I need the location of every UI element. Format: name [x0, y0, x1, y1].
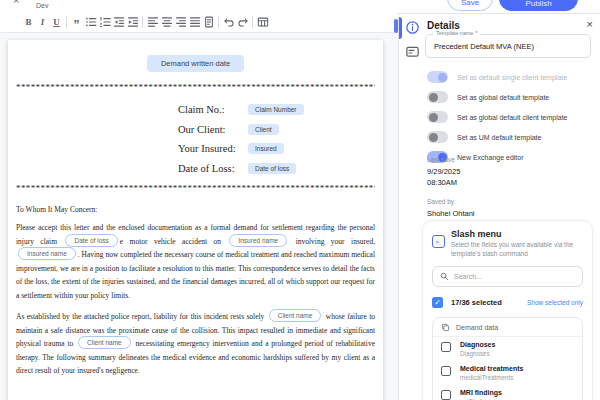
search-box[interactable] — [432, 266, 583, 287]
document-field-row: Your Insured:Insured — [178, 139, 375, 159]
field-key: Diagnoses — [460, 350, 495, 358]
template-name-label: Template name * — [433, 30, 480, 36]
field-name: MRI findings — [460, 389, 502, 398]
letter-body: Please accept this letter and the enclos… — [16, 221, 375, 378]
align-center-icon[interactable] — [160, 15, 173, 30]
table-icon[interactable] — [256, 15, 269, 30]
show-selected-only-link[interactable]: Show selected only — [527, 299, 583, 306]
saved-by-name: Shohei Ohtani — [427, 209, 475, 220]
list-item-medical-treatments[interactable]: Medical treatmentsmedicalTreatments — [433, 361, 582, 385]
field-name: Diagnoses — [460, 341, 495, 350]
checkbox[interactable] — [441, 342, 451, 352]
field-pill-insured-name[interactable]: Insured name — [229, 234, 287, 247]
toggle-set-as-um-default-template[interactable] — [427, 131, 448, 143]
toggle-label: Set as UM default template — [457, 134, 541, 141]
template-name-value[interactable]: Precedent Default MVA (NEE) — [426, 35, 590, 51]
underline-icon[interactable]: U — [50, 15, 63, 30]
field-pill-client-name[interactable]: Client name — [78, 336, 131, 349]
publish-button[interactable]: Publish — [499, 0, 578, 11]
close-panel-icon[interactable]: × — [587, 18, 593, 30]
last-save-time: 08:30AM — [427, 178, 460, 189]
field-key: medicalTreatments — [460, 374, 523, 382]
close-icon[interactable]: × — [13, 0, 19, 6]
document-field-row: Our Client:Client — [178, 120, 375, 140]
toggle-knob — [429, 113, 438, 122]
template-toggles: Set as default single client templateSet… — [427, 67, 596, 167]
field-pill-insured-name[interactable]: Insured name — [18, 247, 76, 260]
form-icon[interactable] — [405, 44, 420, 59]
field-pill-date-of-loss[interactable]: Date of loss — [248, 163, 296, 174]
document-field-row: Claim No.:Claim Number — [178, 100, 375, 120]
field-pill-client-name[interactable]: Client name — [269, 309, 322, 322]
copy-icon — [441, 323, 450, 332]
field-label: Our Client: — [178, 124, 248, 135]
field-pill-claim-number[interactable]: Claim Number — [248, 104, 304, 115]
claim-fields: Claim No.:Claim NumberOur Client:ClientY… — [178, 100, 375, 178]
toggle-set-as-global-default-client-template[interactable] — [427, 111, 448, 123]
saved-by-label: Saved by — [427, 198, 475, 205]
selection-row: ✓ 17/36 selected Show selected only — [432, 297, 583, 308]
toggle-set-as-default-single-client-template[interactable] — [427, 71, 448, 83]
toggle-row: Set as default single client template — [427, 67, 596, 87]
indent-icon[interactable] — [126, 15, 139, 30]
ordered-list-icon[interactable] — [98, 15, 111, 30]
quote-icon[interactable]: ” — [70, 15, 83, 30]
checkbox[interactable] — [441, 366, 451, 376]
last-save-block: Last save 9/29/2025 08:30AM — [427, 156, 460, 188]
slash-menu-description: Select the fields you want available via… — [451, 241, 583, 258]
save-button[interactable]: Save — [447, 0, 493, 11]
field-pill-insured[interactable]: Insured — [248, 143, 284, 154]
selected-count: 17/36 selected — [451, 298, 502, 307]
bullet-list-icon[interactable] — [84, 15, 97, 30]
item-text: DiagnosesDiagnoses — [460, 341, 495, 358]
field-label: Claim No.: — [178, 104, 248, 115]
toggle-knob — [429, 133, 438, 142]
date-pill-row: Demand written date — [16, 55, 375, 72]
demand-data-group: Demand data DiagnosesDiagnosesMedical tr… — [432, 317, 583, 400]
field-pill-demand-written-date[interactable]: Demand written date — [147, 55, 244, 72]
align-right-icon[interactable] — [174, 15, 187, 30]
align-justify-icon[interactable] — [188, 15, 201, 30]
details-panel: Details × Template name * Precedent Defa… — [398, 13, 600, 400]
checkbox[interactable] — [441, 390, 451, 400]
slash-command-icon: >_ — [432, 235, 445, 248]
search-icon — [440, 272, 449, 281]
field-label: Your Insured: — [178, 143, 248, 154]
italic-icon[interactable]: I — [36, 15, 49, 30]
toggle-label: Set as global default template — [457, 94, 549, 101]
bold-icon[interactable]: B — [22, 15, 35, 30]
field-list: DiagnosesDiagnosesMedical treatmentsmedi… — [433, 337, 582, 400]
group-header: Demand data — [433, 318, 582, 337]
template-editor-app: × Dev Save Publish BIU” Demand written d… — [0, 0, 600, 400]
list-item-diagnoses[interactable]: DiagnosesDiagnoses — [433, 337, 582, 361]
field-pill-date-of-loss[interactable]: Date of loss — [65, 234, 117, 247]
outdent-icon[interactable] — [112, 15, 125, 30]
template-name-field[interactable]: Template name * Precedent Default MVA (N… — [425, 34, 591, 58]
field-label: Date of Loss: — [178, 163, 248, 174]
document-field-row: Date of Loss:Date of loss — [178, 159, 375, 179]
document-area[interactable]: Demand written date ********************… — [0, 33, 398, 400]
search-input[interactable] — [454, 273, 575, 280]
field-name: Medical treatments — [460, 365, 523, 374]
align-left-icon[interactable] — [146, 15, 159, 30]
rail-active-indicator — [399, 17, 402, 39]
field-pill-client[interactable]: Client — [248, 124, 279, 135]
info-icon[interactable] — [405, 20, 420, 35]
asterisk-divider: ****************************************… — [16, 183, 375, 193]
redo-icon[interactable] — [236, 15, 249, 30]
select-all-checkbox[interactable]: ✓ — [432, 297, 443, 308]
toggle-label: Set as global default client template — [457, 114, 568, 121]
toggle-set-as-global-default-template[interactable] — [427, 91, 448, 103]
page-break-icon[interactable] — [202, 15, 215, 30]
toggle-row: Set as global default template — [427, 87, 596, 107]
item-text: Medical treatmentsmedicalTreatments — [460, 365, 523, 382]
list-item-mri-findings[interactable]: MRI findingsmriFindings — [433, 385, 582, 400]
toggle-knob — [438, 73, 447, 82]
toggle-row: Set as global default client template — [427, 107, 596, 127]
asterisk-divider: ****************************************… — [16, 82, 375, 92]
undo-icon[interactable] — [222, 15, 235, 30]
toolbar-separator — [252, 16, 253, 28]
group-title: Demand data — [456, 324, 498, 331]
last-save-label: Last save — [427, 156, 460, 163]
document-page[interactable]: Demand written date ********************… — [8, 40, 383, 400]
